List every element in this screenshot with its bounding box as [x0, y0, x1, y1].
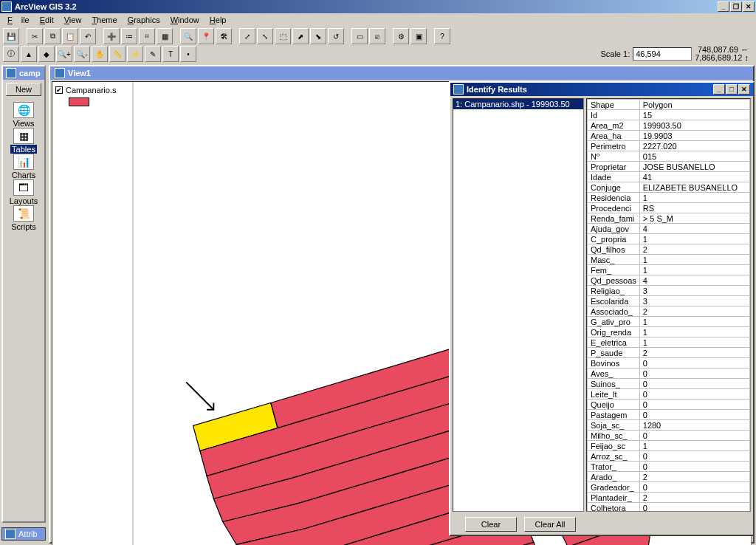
attr-row[interactable]: Plantadeir_2 [588, 493, 750, 503]
restore-button[interactable]: ❐ [730, 1, 742, 12]
project-cat-layouts[interactable]: 🗔Layouts [10, 179, 38, 205]
attr-row[interactable]: Area_m2199903.50 [588, 120, 750, 131]
project-new-button[interactable]: New [6, 83, 41, 96]
attr-row[interactable]: ShapePolygon [588, 100, 750, 110]
view-titlebar[interactable]: View1 [50, 66, 753, 80]
attr-row[interactable]: Religiao_3 [588, 286, 750, 296]
identify-minimize-button[interactable]: _ [713, 84, 725, 95]
attr-row[interactable]: P_saude2 [588, 348, 750, 358]
attr-row[interactable]: Masc_1 [588, 255, 750, 265]
identify-close-button[interactable]: ✕ [738, 84, 750, 95]
zoom-in-tool-icon[interactable]: 🔍+ [56, 46, 72, 62]
attr-row[interactable]: Ajuda_gov4 [588, 224, 750, 234]
attr-row[interactable]: Queijo0 [588, 400, 750, 410]
attr-row[interactable]: Leite_lt0 [588, 389, 750, 400]
attr-row[interactable]: ConjugeELIZABETE BUSANELLO [588, 182, 750, 193]
project-cat-scripts[interactable]: 📜Scripts [10, 205, 38, 231]
zoom-out-fixed-icon[interactable]: ⬊ [310, 28, 326, 44]
attr-row[interactable]: Arroz_sc_0 [588, 451, 750, 462]
project-cat-views[interactable]: 🌐Views [10, 102, 38, 128]
attr-row[interactable]: Area_ha19.9903 [588, 131, 750, 141]
cut-icon[interactable]: ✂ [27, 28, 43, 44]
minimize-button[interactable]: _ [718, 1, 729, 12]
menu-graphics[interactable]: Graphics [123, 15, 165, 25]
menu-help[interactable]: Help [205, 15, 231, 25]
menu-edit[interactable]: Edit [35, 15, 58, 25]
geoprocess-icon[interactable]: ⚙ [393, 28, 409, 44]
label-tool-icon[interactable]: ✎ [145, 46, 161, 62]
find-icon[interactable]: 🔍 [180, 28, 196, 44]
attr-row[interactable]: G_ativ_pro1 [588, 317, 750, 327]
zoom-in-fixed-icon[interactable]: ⬈ [292, 28, 309, 44]
attr-row[interactable]: Id15 [588, 110, 750, 120]
measure-tool-icon[interactable]: 📏 [109, 46, 126, 62]
save-icon[interactable]: 💾 [3, 28, 19, 44]
locate-icon[interactable]: 📍 [198, 28, 214, 44]
pan-tool-icon[interactable]: ✋ [92, 46, 108, 62]
attributes-titlebar[interactable]: Attrib [1, 527, 46, 541]
attr-row[interactable]: Residencia1 [588, 193, 750, 203]
clear-sel-icon[interactable]: ⎚ [369, 28, 385, 44]
identify-clear-button[interactable]: Clear [465, 517, 517, 532]
vertex-tool-icon[interactable]: ◆ [38, 46, 55, 62]
project-cat-charts[interactable]: 📊Charts [10, 154, 38, 179]
attr-row[interactable]: Qd_filhos2 [588, 244, 750, 255]
identify-maximize-button[interactable]: □ [726, 84, 738, 95]
theme-props-icon[interactable]: ≔ [121, 28, 137, 44]
scale-input[interactable] [633, 47, 692, 61]
project-cat-tables[interactable]: ▦Tables [10, 128, 38, 154]
attr-row[interactable]: Qd_pessoas4 [588, 275, 750, 286]
layout-icon[interactable]: ▣ [410, 28, 427, 44]
zoom-prev-icon[interactable]: ↺ [328, 28, 344, 44]
attr-row[interactable]: E_eletrica1 [588, 337, 750, 348]
project-titlebar[interactable]: camp [3, 66, 44, 80]
identify-feature-list[interactable]: 1: Campanario.shp - 199903.50 [453, 98, 584, 512]
identify-tool-icon[interactable]: ⓘ [3, 46, 19, 62]
attr-row[interactable]: Perimetro2227.020 [588, 141, 750, 151]
help-icon[interactable]: ? [434, 28, 450, 44]
menu-window[interactable]: Window [166, 15, 204, 25]
attr-row[interactable]: Bovinos0 [588, 358, 750, 369]
zoom-out-tool-icon[interactable]: 🔍- [74, 46, 90, 62]
text-tool-icon[interactable]: T [162, 46, 179, 62]
attr-row[interactable]: Renda_fami> 5 S_M [588, 213, 750, 224]
hotlink-tool-icon[interactable]: ⚡ [127, 46, 143, 62]
pointer-tool-icon[interactable]: ▲ [21, 46, 37, 62]
close-button[interactable]: ✕ [743, 1, 755, 12]
edit-legend-icon[interactable]: ⌗ [139, 28, 155, 44]
theme-entry[interactable]: ✔ Campanario.s [55, 85, 129, 95]
undo-icon[interactable]: ↶ [80, 28, 96, 44]
identify-attribute-table[interactable]: ShapePolygonId15Area_m2199903.50Area_ha1… [586, 98, 751, 512]
identify-titlebar[interactable]: Identify Results _ □ ✕ [450, 83, 753, 96]
attr-row[interactable]: Associado_2 [588, 306, 750, 317]
attr-row[interactable]: Nº015 [588, 151, 750, 162]
attr-row[interactable]: Milho_sc_0 [588, 431, 750, 441]
identify-clear-all-button[interactable]: Clear All [524, 517, 576, 532]
attr-row[interactable]: ProprietarJOSE BUSANELLO [588, 162, 750, 172]
attr-row[interactable]: Arado_2 [588, 472, 750, 482]
attr-row[interactable]: Escolarida3 [588, 296, 750, 306]
attr-row[interactable]: Pastagem0 [588, 410, 750, 420]
identify-feature-row[interactable]: 1: Campanario.shp - 199903.50 [453, 99, 583, 109]
paste-icon[interactable]: 📋 [62, 28, 78, 44]
select-features-icon[interactable]: ▭ [351, 28, 368, 44]
attr-row[interactable]: ProcedenciRS [588, 203, 750, 213]
draw-tool-icon[interactable]: • [180, 46, 196, 62]
attr-row[interactable]: Soja_sc_1280 [588, 420, 750, 431]
menu-theme[interactable]: Theme [87, 15, 121, 25]
attr-row[interactable]: Trator_0 [588, 462, 750, 472]
attr-row[interactable]: Feijao_sc1 [588, 441, 750, 451]
attr-row[interactable]: Idade41 [588, 172, 750, 182]
attr-row[interactable]: Suinos_0 [588, 379, 750, 389]
attr-row[interactable]: Fem_1 [588, 265, 750, 275]
menu-view[interactable]: View [60, 15, 86, 25]
copy-icon[interactable]: ⧉ [44, 28, 61, 44]
attr-row[interactable]: Colhetora0 [588, 503, 750, 513]
attr-row[interactable]: C_propria1 [588, 234, 750, 244]
attr-row[interactable]: Orig_renda1 [588, 327, 750, 337]
theme-checkbox-icon[interactable]: ✔ [55, 86, 63, 94]
zoom-active-icon[interactable]: ⤡ [257, 28, 273, 44]
attr-row[interactable]: Aves_0 [588, 369, 750, 379]
open-table-icon[interactable]: ▦ [157, 28, 173, 44]
zoom-sel-icon[interactable]: ⬚ [275, 28, 291, 44]
